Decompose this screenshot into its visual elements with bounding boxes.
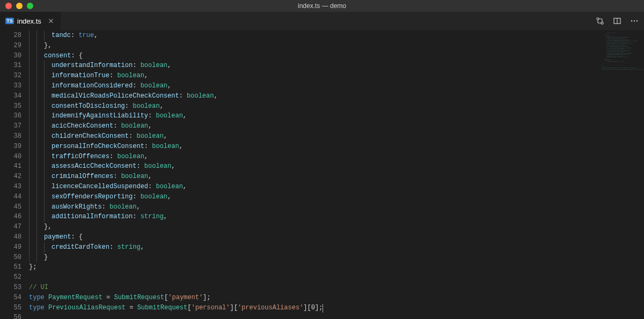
text-cursor bbox=[323, 304, 323, 313]
svg-point-0 bbox=[597, 18, 599, 20]
split-editor-icon[interactable] bbox=[613, 17, 621, 25]
code-line[interactable]: consent: { bbox=[29, 51, 601, 61]
code-line[interactable]: creditCardToken: string, bbox=[29, 242, 601, 253]
code-line[interactable]: informationConsidered: boolean, bbox=[29, 81, 601, 91]
close-window-button[interactable] bbox=[5, 3, 12, 9]
line-number: 32 bbox=[0, 71, 21, 81]
code-line[interactable]: indemnifyAgainstLiability: boolean, bbox=[29, 111, 601, 121]
code-line[interactable]: medicalVicRoadsPoliceCheckConsent: boole… bbox=[29, 91, 601, 101]
svg-point-1 bbox=[601, 22, 603, 24]
code-line[interactable]: understandInformation: boolean, bbox=[29, 61, 601, 71]
tab-bar: TS index.ts bbox=[0, 12, 644, 31]
code-line[interactable]: // UI bbox=[29, 283, 601, 293]
line-number: 54 bbox=[0, 293, 21, 303]
compare-changes-icon[interactable] bbox=[596, 17, 604, 25]
line-number: 36 bbox=[0, 111, 21, 121]
editor: 2829303132333435363738394041424344454647… bbox=[0, 31, 644, 319]
tab-index-ts[interactable]: TS index.ts bbox=[0, 12, 61, 31]
line-number: 34 bbox=[0, 91, 21, 101]
typescript-file-icon: TS bbox=[5, 17, 14, 25]
code-line[interactable]: payment: { bbox=[29, 232, 601, 242]
more-actions-icon[interactable] bbox=[630, 17, 639, 25]
tab-filename: index.ts bbox=[17, 17, 41, 25]
code-line[interactable]: }, bbox=[29, 222, 601, 232]
line-number: 44 bbox=[0, 192, 21, 202]
code-line[interactable]: criminalOffences: boolean, bbox=[29, 172, 601, 182]
traffic-lights bbox=[0, 3, 33, 9]
code-line[interactable]: consentToDisclosing: boolean, bbox=[29, 101, 601, 112]
code-line[interactable]: additionalInformation: string, bbox=[29, 212, 601, 222]
maximize-window-button[interactable] bbox=[27, 3, 33, 9]
line-number: 37 bbox=[0, 121, 21, 131]
line-number: 53 bbox=[0, 283, 21, 293]
svg-point-5 bbox=[636, 20, 638, 21]
code-line[interactable]: type PreviousAliasRequest = SubmitReques… bbox=[29, 303, 601, 313]
code-line[interactable]: } bbox=[29, 253, 601, 263]
code-line[interactable]: informationTrue: boolean, bbox=[29, 71, 601, 81]
window-title: index.ts — demo bbox=[298, 2, 346, 10]
line-number: 47 bbox=[0, 222, 21, 232]
code-line[interactable] bbox=[29, 272, 601, 283]
line-number: 43 bbox=[0, 182, 21, 192]
editor-actions bbox=[596, 17, 639, 25]
line-number: 35 bbox=[0, 101, 21, 112]
line-number: 46 bbox=[0, 212, 21, 222]
line-number: 40 bbox=[0, 152, 21, 162]
line-number: 56 bbox=[0, 313, 21, 319]
code-line[interactable]: sexOffendersReporting: boolean, bbox=[29, 192, 601, 202]
close-tab-button[interactable] bbox=[47, 17, 55, 25]
code-line[interactable]: ausWorkRights: boolean, bbox=[29, 202, 601, 212]
line-number: 38 bbox=[0, 131, 21, 142]
svg-point-4 bbox=[634, 20, 635, 21]
line-number: 49 bbox=[0, 242, 21, 253]
minimize-window-button[interactable] bbox=[16, 3, 23, 9]
line-number: 52 bbox=[0, 272, 21, 283]
line-number: 29 bbox=[0, 41, 21, 51]
line-number: 42 bbox=[0, 172, 21, 182]
line-number: 45 bbox=[0, 202, 21, 212]
code-line[interactable]: personalInfoCheckConsent: boolean, bbox=[29, 142, 601, 152]
svg-point-3 bbox=[631, 20, 632, 21]
line-number: 33 bbox=[0, 81, 21, 91]
code-line[interactable] bbox=[29, 313, 601, 319]
code-line[interactable]: childrenCheckConsent: boolean, bbox=[29, 131, 601, 142]
code-line[interactable]: trafficOffences: boolean, bbox=[29, 152, 601, 162]
line-number: 48 bbox=[0, 232, 21, 242]
code-line[interactable]: acicCheckConsent: boolean, bbox=[29, 121, 601, 131]
line-number: 28 bbox=[0, 31, 21, 41]
code-content[interactable]: tandc: true,},consent: {understandInform… bbox=[29, 31, 601, 319]
code-line[interactable]: assessAcicCheckConsent: boolean, bbox=[29, 161, 601, 172]
editor-main[interactable]: 2829303132333435363738394041424344454647… bbox=[0, 31, 601, 319]
line-number: 31 bbox=[0, 61, 21, 71]
titlebar[interactable]: index.ts — demo bbox=[0, 0, 644, 12]
line-number: 50 bbox=[0, 253, 21, 263]
line-number: 55 bbox=[0, 303, 21, 313]
code-line[interactable]: }; bbox=[29, 262, 601, 272]
code-line[interactable]: type PaymentRequest = SubmitRequest['pay… bbox=[29, 293, 601, 303]
code-line[interactable]: }, bbox=[29, 41, 601, 51]
line-number: 51 bbox=[0, 262, 21, 272]
line-number: 39 bbox=[0, 142, 21, 152]
line-number: 41 bbox=[0, 161, 21, 172]
line-number: 30 bbox=[0, 51, 21, 61]
code-line[interactable]: tandc: true, bbox=[29, 31, 601, 41]
line-number-gutter: 2829303132333435363738394041424344454647… bbox=[0, 31, 29, 319]
code-line[interactable]: licenceCancelledSuspended: boolean, bbox=[29, 182, 601, 192]
minimap[interactable]: tandc: true, }, consent: { understandInf… bbox=[601, 31, 644, 319]
